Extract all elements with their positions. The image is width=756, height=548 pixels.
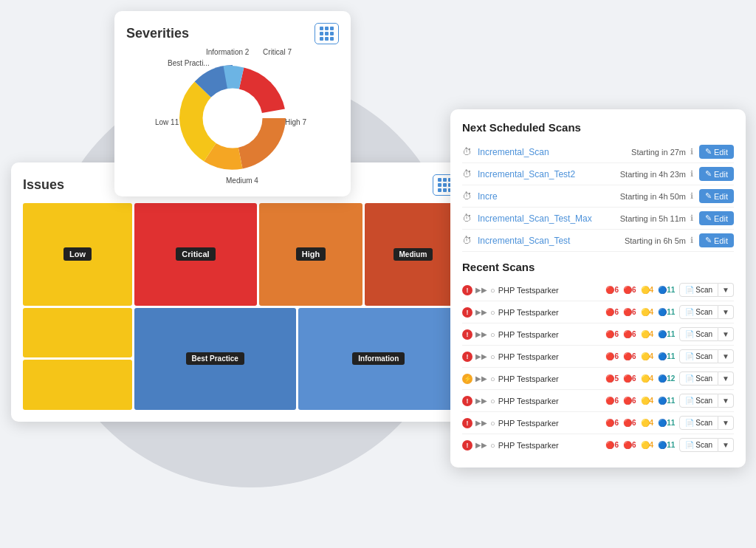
circle-icon-8: ○ [490,441,495,450]
edit-btn-1[interactable]: ✎ Edit [699,145,734,159]
recent-scan-name-8: PHP Testsparker [498,441,603,450]
scan-dropdown-btn-5[interactable]: ▼ [718,371,734,386]
scan-name-3[interactable]: Incre [478,191,620,202]
badge-critical-8: 🔴6 [605,441,619,449]
scan-action-btn-5[interactable]: 📄 Scan [679,371,718,386]
info-icon-1: ℹ [690,147,693,157]
treemap-critical-block: Critical [134,203,257,306]
badge-medium-8: 🟡4 [641,441,654,449]
status-dot-2: ! [462,307,472,318]
edit-icon-1: ✎ [705,147,712,157]
scan-action-btn-2[interactable]: 📄 Scan [679,305,718,319]
scan-btn-group-7: 📄 Scan ▼ [679,416,734,430]
treemap-medium-label: Medium [394,248,433,261]
svg-point-0 [203,89,263,148]
edit-btn-4[interactable]: ✎ Edit [699,211,734,225]
recent-scan-name-6: PHP Testsparker [498,397,603,405]
scan-btn-group-5: 📄 Scan ▼ [679,371,734,386]
recent-scan-name-2: PHP Testsparker [498,308,603,317]
badge-low-3: 🔵11 [658,330,675,338]
scan-time-2: Starting in 4h 23m [620,170,686,179]
badge-critical-6: 🔴6 [605,397,619,405]
status-dot-1: ! [462,285,472,295]
circle-icon-6: ○ [490,397,495,405]
issues-card: Issues Low Critical [11,162,469,422]
treemap-left: Low [23,203,132,410]
scan-dropdown-btn-6[interactable]: ▼ [718,394,734,408]
scan-name-5[interactable]: Incremental_Scan_Test [478,236,625,246]
recent-scan-name-5: PHP Testsparker [498,374,603,383]
scan-action-btn-6[interactable]: 📄 Scan [679,394,718,408]
scan-btn-group-1: 📄 Scan ▼ [679,283,734,297]
circle-icon-3: ○ [490,330,495,339]
treemap-high-block: High [259,203,362,306]
treemap-critical-label: Critical [176,247,215,261]
scan-row-5: ⏱ Incremental_Scan_Test Starting in 6h 5… [462,230,734,252]
badge-low-8: 🔵11 [658,441,675,449]
badge-critical-5: 🔴5 [605,374,619,383]
label-low: Low 11 [155,118,179,126]
treemap-low-block: Low [23,203,132,306]
scan-dropdown-btn-8[interactable]: ▼ [718,438,734,452]
edit-btn-2[interactable]: ✎ Edit [699,167,734,181]
severities-grid-button[interactable] [315,23,339,44]
treemap-information-block: Information [298,308,460,411]
scan-name-4[interactable]: Incremental_Scan_Test_Max [478,213,620,224]
scan-dropdown-btn-1[interactable]: ▼ [718,283,734,297]
edit-btn-3[interactable]: ✎ Edit [699,189,734,203]
info-icon-5: ℹ [690,236,693,245]
scan-dropdown-btn-2[interactable]: ▼ [718,305,734,319]
scan-action-btn-7[interactable]: 📄 Scan [679,416,718,430]
donut-chart: Critical 7 High 7 Medium 4 Low 11 Best P… [166,52,299,185]
recent-scan-row-7: ! ▶▶ ○ PHP Testsparker 🔴6 🔴6 🟡4 🔵11 📄 Sc… [462,412,734,434]
badge-high-2: 🔴6 [623,308,636,316]
scan-row-3: ⏱ Incre Starting in 4h 50m ℹ ✎ Edit [462,185,734,208]
edit-btn-5[interactable]: ✎ Edit [699,233,734,247]
recent-scan-row-8: ! ▶▶ ○ PHP Testsparker 🔴6 🔴6 🟡4 🔵11 📄 Sc… [462,434,734,456]
scheduled-scans-title: Next Scheduled Scans [462,121,734,134]
clock-icon-1: ⏱ [462,146,472,157]
badge-medium-6: 🟡4 [641,397,654,405]
badge-medium-1: 🟡4 [641,286,654,294]
scan-dropdown-btn-7[interactable]: ▼ [718,416,734,430]
recent-scan-row-1: ! ▶▶ ○ PHP Testsparker 🔴6 🔴6 🟡4 🔵11 📄 Sc… [462,279,734,301]
badge-critical-1: 🔴6 [605,286,619,294]
scan-action-btn-4[interactable]: 📄 Scan [679,349,718,363]
badge-critical-7: 🔴6 [605,419,619,427]
status-dot-7: ! [462,418,472,428]
badge-high-3: 🔴6 [623,330,636,338]
scan-name-2[interactable]: Incremental_Scan_Test2 [478,169,620,179]
badge-low-2: 🔵11 [658,308,675,316]
scan-file-icon-3: 📄 [685,330,694,338]
scan-action-btn-8[interactable]: 📄 Scan [679,438,718,452]
badge-high-8: 🔴6 [623,441,636,449]
scan-time-3: Starting in 4h 50m [620,192,686,201]
badge-high-6: 🔴6 [623,397,636,405]
scan-dropdown-btn-4[interactable]: ▼ [718,349,734,363]
scan-action-btn-1[interactable]: 📄 Scan [679,283,718,297]
arrow-icon-3: ▶▶ [475,330,487,338]
circle-icon-2: ○ [490,308,495,317]
recent-scan-row-4: ! ▶▶ ○ PHP Testsparker 🔴6 🔴6 🟡4 🔵11 📄 Sc… [462,346,734,368]
badge-low-4: 🔵11 [658,352,675,360]
label-medium: Medium 4 [226,177,258,185]
treemap-low-sm1 [23,308,132,358]
scan-dropdown-btn-3[interactable]: ▼ [718,327,734,341]
scan-btn-group-3: 📄 Scan ▼ [679,327,734,341]
treemap-low-sm2 [23,360,132,410]
scan-time-5: Starting in 6h 5m [625,236,686,245]
recent-scan-name-4: PHP Testsparker [498,352,603,361]
treemap-high-label: High [296,247,326,261]
scan-name-1[interactable]: Incremental_Scan [478,147,631,157]
arrow-icon-8: ▶▶ [475,441,487,449]
recent-scan-name-1: PHP Testsparker [498,286,603,295]
scan-file-icon-6: 📄 [685,397,694,405]
badge-low-1: 🔵11 [658,286,675,294]
treemap: Low Critical High Medium B [23,203,457,410]
scan-action-btn-3[interactable]: 📄 Scan [679,327,718,341]
severities-card: Severities Crit [114,11,351,196]
treemap-bestpractice-label: Best Practice [186,352,244,365]
circle-icon-1: ○ [490,286,495,295]
info-icon-4: ℹ [690,213,693,223]
scan-row-1: ⏱ Incremental_Scan Starting in 27m ℹ ✎ E… [462,141,734,163]
